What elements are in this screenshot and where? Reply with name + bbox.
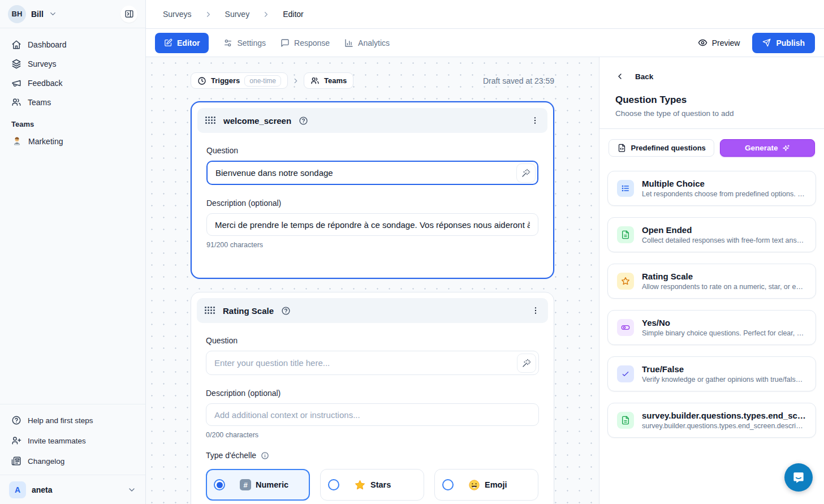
question-types-panel: Back Question Types Choose the type of q… — [599, 57, 824, 504]
predefined-label: Predefined questions — [631, 144, 706, 152]
question-card-header: welcome_screen — [197, 108, 547, 133]
scale-option-emoji[interactable]: Emoji — [434, 469, 538, 501]
scale-option-label: Emoji — [485, 480, 507, 489]
help-circle-icon[interactable] — [281, 306, 291, 316]
breadcrumb-surveys[interactable]: Surveys — [163, 10, 192, 19]
info-icon[interactable] — [261, 451, 269, 460]
sidebar-item-dashboard[interactable]: Dashboard — [7, 35, 139, 54]
question-type-list: Multiple Choice Let respondents choose f… — [599, 157, 824, 452]
sidebar-item-label: Surveys — [28, 59, 57, 68]
app-window: BH Bill Dashboard Surveys Feedback — [0, 0, 824, 504]
question-title-input[interactable] — [206, 161, 538, 185]
type-description: Simple binary choice questions. Perfect … — [642, 329, 806, 337]
publish-button[interactable]: Publish — [752, 33, 815, 53]
ai-rewrite-button[interactable] — [517, 354, 536, 373]
eye-icon — [698, 38, 707, 48]
sparkles-icon — [782, 144, 790, 152]
question-card-body: Question Description (optional) 0/200 ch… — [197, 323, 548, 501]
chat-bubble-icon — [791, 470, 806, 485]
question-description-input[interactable] — [206, 403, 539, 426]
newspaper-icon — [11, 456, 21, 466]
account-name: aneta — [32, 485, 122, 494]
question-title-input[interactable] — [206, 351, 539, 375]
question-card-rating-scale[interactable]: Rating Scale Question — [191, 292, 554, 504]
main-area: Surveys Survey Editor Editor Settings Re… — [146, 0, 824, 504]
type-card-yes-no[interactable]: Yes/No Simple binary choice questions. P… — [607, 310, 816, 345]
triggers-label: Triggers — [211, 76, 240, 85]
publish-label: Publish — [776, 38, 805, 48]
check-icon — [621, 369, 630, 378]
kebab-icon — [530, 116, 540, 125]
type-card-open-ended[interactable]: Open Ended Collect detailed responses wi… — [607, 217, 816, 252]
sidebar-item-label: Changelog — [28, 457, 64, 466]
back-button[interactable]: Back — [599, 57, 824, 81]
sidebar-item-invite[interactable]: Invite teammates — [7, 430, 139, 451]
tab-label: Analytics — [358, 38, 390, 48]
sidebar-item-feedback[interactable]: Feedback — [7, 74, 139, 93]
teams-pill[interactable]: Teams — [304, 72, 353, 89]
workspace-switcher[interactable]: BH Bill — [8, 5, 57, 23]
type-description: Allow respondents to rate on a numeric, … — [642, 283, 806, 291]
sidebar-item-teams[interactable]: Teams — [7, 93, 139, 112]
collapse-sidebar-button[interactable] — [120, 6, 137, 23]
predefined-questions-button[interactable]: Predefined questions — [609, 139, 714, 157]
chevron-down-icon — [49, 10, 57, 18]
type-description: Collect detailed responses with free-for… — [642, 236, 806, 244]
file-text-icon — [621, 416, 630, 425]
sidebar-item-changelog[interactable]: Changelog — [7, 451, 139, 471]
tab-analytics[interactable]: Analytics — [344, 38, 390, 48]
preview-button[interactable]: Preview — [698, 38, 740, 48]
list-icon — [621, 184, 630, 193]
description-label: Description (optional) — [206, 199, 538, 208]
account-menu[interactable]: A aneta — [0, 475, 145, 504]
tab-response[interactable]: Response — [281, 38, 330, 48]
chevron-right-icon — [204, 10, 213, 19]
drag-handle-icon[interactable] — [205, 117, 216, 124]
card-menu-button[interactable] — [531, 306, 540, 315]
help-circle-icon[interactable] — [299, 116, 308, 126]
teams-section-label: Teams — [7, 112, 139, 132]
edit-icon — [164, 38, 172, 47]
send-icon — [762, 38, 771, 47]
sidebar-item-label: Feedback — [28, 79, 62, 88]
drag-handle-icon[interactable] — [205, 307, 215, 315]
triggers-pill[interactable]: Triggers one-time — [191, 72, 288, 89]
radio-icon — [328, 479, 339, 490]
sidebar-item-surveys[interactable]: Surveys — [7, 54, 139, 74]
type-card-rating-scale[interactable]: Rating Scale Allow respondents to rate o… — [607, 264, 816, 299]
char-count: 91/200 characters — [206, 241, 538, 249]
question-card-body: Question Description (optional) 91/200 c… — [197, 133, 547, 249]
generate-button[interactable]: Generate — [720, 139, 815, 157]
type-card-end-screen[interactable]: survey.builder.questions.types.end_scr..… — [607, 403, 816, 438]
chevron-left-icon — [615, 72, 624, 81]
breadcrumb-survey[interactable]: Survey — [225, 10, 250, 19]
grinning-face-emoji — [468, 479, 480, 491]
radio-icon — [214, 479, 225, 490]
type-title: True/False — [642, 364, 806, 374]
message-square-icon — [281, 38, 290, 48]
workspace-avatar: BH — [8, 5, 26, 23]
sidebar-item-label: Invite teammates — [28, 437, 86, 445]
type-title: Yes/No — [642, 318, 806, 328]
question-card-welcome-screen[interactable]: welcome_screen Question — [191, 101, 554, 279]
question-label: Question — [206, 336, 539, 345]
type-card-true-false[interactable]: True/False Verify knowledge or gather op… — [607, 356, 816, 391]
file-text-icon — [621, 230, 630, 239]
generate-label: Generate — [745, 144, 778, 152]
canvas-topbar: Triggers one-time Teams Draft saved at 2… — [191, 72, 554, 89]
scale-option-numeric[interactable]: # Numeric — [206, 469, 310, 501]
sidebar-item-label: Help and first steps — [28, 416, 93, 425]
ai-rewrite-button[interactable] — [516, 163, 536, 183]
card-menu-button[interactable] — [530, 116, 540, 125]
sidebar-item-help[interactable]: Help and first steps — [7, 410, 139, 430]
scale-option-stars[interactable]: Stars — [320, 469, 424, 501]
sidebar-item-label: Dashboard — [28, 40, 67, 49]
back-label: Back — [635, 72, 653, 81]
chat-launcher-button[interactable] — [784, 463, 813, 492]
question-description-input[interactable] — [206, 213, 538, 236]
tab-settings[interactable]: Settings — [223, 38, 266, 48]
sidebar-item-team-marketing[interactable]: Marketing — [7, 132, 139, 151]
tab-editor[interactable]: Editor — [155, 33, 209, 53]
type-card-multiple-choice[interactable]: Multiple Choice Let respondents choose f… — [607, 171, 816, 206]
tab-label: Editor — [177, 38, 200, 48]
